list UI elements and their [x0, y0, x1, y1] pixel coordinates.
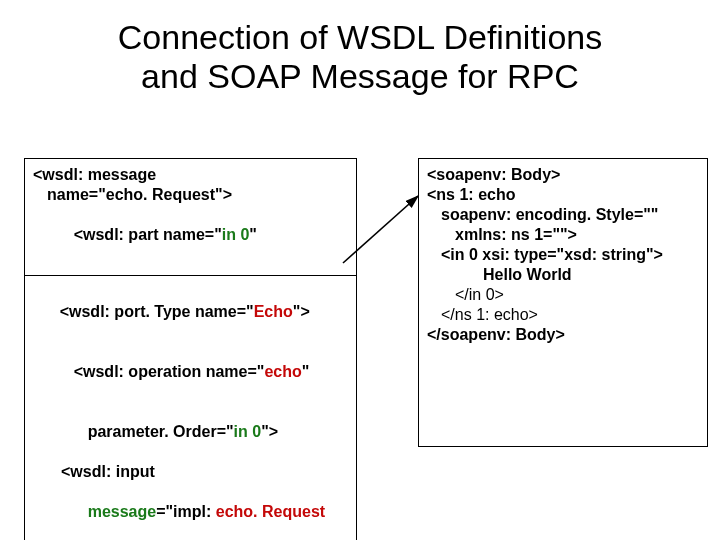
- code-line: <ns 1: echo: [427, 185, 699, 205]
- code-line: <wsdl: port. Type name="Echo">: [33, 282, 348, 342]
- code-line: </soapenv: Body>: [427, 325, 699, 345]
- code-line: <soapenv: Body>: [427, 165, 699, 185]
- code-line: <wsdl: input: [33, 462, 348, 482]
- code-line: </ns 1: echo>: [427, 305, 699, 325]
- code-line: parameter. Order="in 0">: [33, 402, 348, 462]
- soap-body-box: <soapenv: Body> <ns 1: echo soapenv: enc…: [418, 158, 708, 447]
- code-line: message="impl: echo. Request: [33, 482, 348, 540]
- code-line: name="echo. Request">: [33, 185, 348, 205]
- highlight-echo-request: echo. Request: [216, 503, 325, 520]
- code-line: <wsdl: operation name="echo": [33, 342, 348, 402]
- code-line: Hello World: [427, 265, 699, 285]
- code-line: <in 0 xsi: type="xsd: string">: [427, 245, 699, 265]
- code-line: soapenv: encoding. Style="": [427, 205, 699, 225]
- code-line: <wsdl: part name="in 0": [33, 205, 348, 265]
- highlight-in0: in 0: [234, 423, 262, 440]
- highlight-echo-type: Echo: [254, 303, 293, 320]
- highlight-in0: in 0: [222, 226, 250, 243]
- code-line: </in 0>: [427, 285, 699, 305]
- code-line: xmlns: ns 1="">: [427, 225, 699, 245]
- code-line: <wsdl: message: [33, 165, 348, 185]
- wsdl-porttype-box: <wsdl: port. Type name="Echo"> <wsdl: op…: [24, 275, 357, 540]
- slide-title: Connection of WSDL Definitions and SOAP …: [0, 18, 720, 96]
- highlight-message-kw: message: [88, 503, 157, 520]
- highlight-echo-op: echo: [264, 363, 301, 380]
